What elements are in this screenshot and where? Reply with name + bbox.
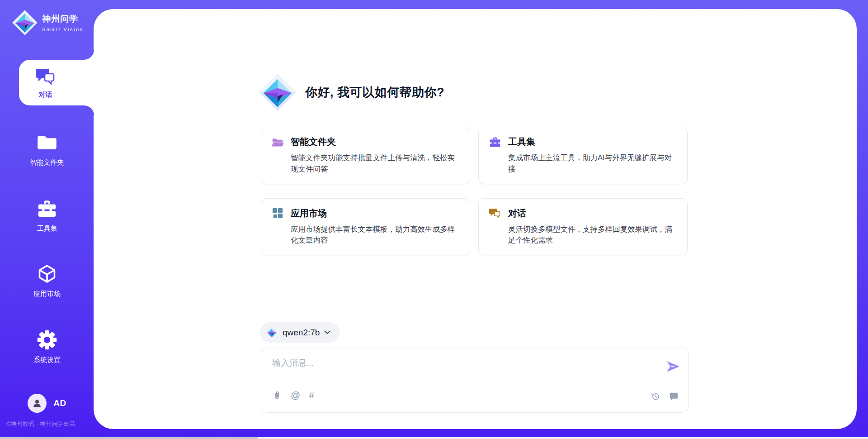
model-selector[interactable]: qwen2:7b	[260, 322, 340, 343]
card-app-market[interactable]: 应用市场 应用市场提供丰富长文本模板，助力高效生成多样化文章内容	[261, 198, 470, 256]
sidebar-item-label: 智能文件夹	[30, 158, 64, 167]
card-description: 应用市场提供丰富长文本模板，助力高效生成多样化文章内容	[291, 224, 460, 246]
horizontal-scrollbar[interactable]	[0, 437, 868, 439]
tab-flare-bottom	[84, 105, 94, 115]
sidebar-item-label: 系统设置	[33, 356, 61, 364]
cube-icon	[37, 263, 57, 284]
folder-icon	[37, 132, 57, 153]
card-title: 应用市场	[291, 207, 327, 220]
toolbox-icon	[489, 136, 501, 148]
sidebar-item-label: 应用市场	[33, 290, 61, 298]
chat-icon	[35, 66, 56, 87]
hash-icon[interactable]: #	[309, 390, 314, 401]
card-chat[interactable]: 对话 灵活切换多模型文件，支持多样回复效果调试，满足个性化需求	[478, 198, 688, 256]
feature-cards: 智能文件夹 智能文件夹功能支持批量文件上传与清洗，轻松实现文件问答	[261, 127, 689, 255]
history-icon[interactable]	[650, 391, 660, 401]
card-description: 灵活切换多模型文件，支持多样回复效果调试，满足个性化需求	[508, 224, 677, 246]
card-description: 集成市场上主流工具，助力AI与外界无缝扩展与对接	[508, 152, 677, 175]
card-smart-folder[interactable]: 智能文件夹 智能文件夹功能支持批量文件上传与清洗，轻松实现文件问答	[261, 127, 470, 184]
sidebar-item-smart-folder[interactable]: 智能文件夹	[0, 132, 94, 167]
avatar	[28, 394, 47, 413]
chevron-down-icon	[324, 330, 330, 334]
sidebar-item-toolset[interactable]: 工具集	[0, 198, 94, 233]
send-icon[interactable]	[666, 361, 680, 372]
tab-flare-top	[84, 50, 94, 60]
folder-icon	[271, 136, 283, 148]
brand-logo-icon	[258, 73, 297, 112]
greeting-block: 你好, 我可以如何帮助你?	[258, 73, 444, 112]
greeting-title: 你好, 我可以如何帮助你?	[305, 84, 444, 100]
card-title: 对话	[508, 207, 526, 220]
app-title: 神州问学	[42, 13, 84, 25]
message-composer: 输入消息... @ #	[261, 348, 689, 413]
brand-logo-icon	[12, 10, 38, 36]
sidebar-item-app-market[interactable]: 应用市场	[0, 263, 94, 298]
grid-icon	[271, 207, 283, 220]
gear-icon	[37, 329, 57, 350]
user-initials: AD	[53, 398, 66, 408]
main-content-panel: 你好, 我可以如何帮助你? 智能文件夹 智能文件夹功能支持批量文件上传与清洗，轻…	[94, 9, 857, 429]
user-profile[interactable]: AD	[0, 394, 94, 413]
card-toolset[interactable]: 工具集 集成市场上主流工具，助力AI与外界无缝扩展与对接	[478, 127, 688, 184]
composer-divider	[261, 383, 688, 383]
model-name: qwen2:7b	[283, 328, 320, 338]
sidebar-item-chat[interactable]: 对话	[19, 60, 94, 105]
message-input[interactable]: 输入消息...	[272, 357, 314, 369]
copyright-text: ©神州数码 · 神州问学出品	[6, 420, 75, 428]
card-title: 智能文件夹	[291, 136, 336, 148]
scrollbar-thumb[interactable]	[0, 437, 258, 439]
sidebar-item-label: 工具集	[37, 224, 57, 233]
comment-icon[interactable]	[668, 391, 679, 401]
app-logo: 神州问学 Smart Vision	[12, 10, 84, 36]
app-subtitle: Smart Vision	[42, 27, 84, 32]
paperclip-icon[interactable]	[271, 390, 282, 401]
sidebar-item-settings[interactable]: 系统设置	[0, 329, 94, 364]
card-description: 智能文件夹功能支持批量文件上传与清洗，轻松实现文件问答	[291, 152, 460, 175]
at-icon[interactable]: @	[291, 390, 300, 401]
card-title: 工具集	[508, 136, 535, 148]
model-logo-icon	[266, 326, 278, 339]
chat-icon	[489, 207, 501, 220]
toolbox-icon	[37, 198, 57, 219]
sidebar-item-label: 对话	[39, 91, 52, 99]
